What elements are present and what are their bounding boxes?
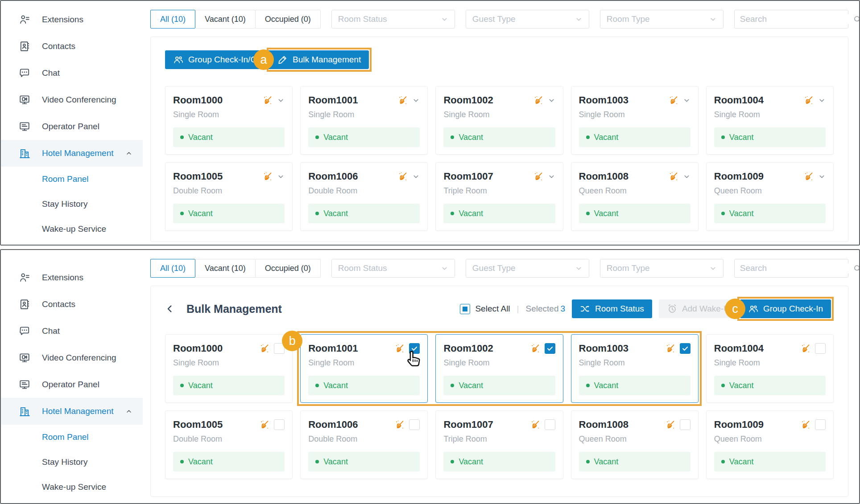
group-check-in-button[interactable]: Group Check-In	[740, 299, 831, 318]
room-select-checkbox[interactable]	[274, 343, 285, 354]
sidebar-subitem-room-panel[interactable]: Room Panel	[1, 425, 143, 450]
cleaning-broom-icon[interactable]	[262, 171, 273, 182]
cleaning-broom-icon[interactable]	[259, 343, 270, 354]
cleaning-broom-icon[interactable]	[530, 343, 541, 354]
sidebar-item-operator-panel[interactable]: Operator Panel	[1, 113, 143, 140]
cleaning-broom-icon[interactable]	[397, 95, 408, 106]
room-card-room1004: Room1004 Single Room Vacant	[706, 86, 834, 155]
tab-occupied[interactable]: Occupied (0)	[255, 10, 321, 29]
annotation-box-c: c Group Check-In	[737, 297, 834, 321]
room-type: Single Room	[579, 358, 690, 368]
sidebar-item-video-conferencing[interactable]: Video Conferencing	[1, 86, 143, 113]
status-dot-icon	[721, 460, 725, 463]
cleaning-broom-icon[interactable]	[533, 171, 544, 182]
chevron-down-icon[interactable]	[277, 173, 285, 180]
room-name: Room1008	[579, 419, 661, 430]
cleaning-broom-icon[interactable]	[394, 343, 405, 354]
search-input[interactable]	[740, 14, 849, 24]
guest-type-dropdown[interactable]: Guest Type	[466, 259, 589, 278]
cleaning-broom-icon[interactable]	[259, 419, 270, 430]
chevron-down-icon[interactable]	[548, 173, 555, 180]
sidebar-item-contacts[interactable]: Contacts	[1, 291, 143, 318]
extensions-icon	[19, 272, 30, 283]
room-card-room1006: Room1006 Double Room Vacant	[300, 410, 428, 479]
chevron-down-icon[interactable]	[277, 97, 285, 104]
cleaning-broom-icon[interactable]	[800, 419, 811, 430]
sidebar: Extensions Contacts Chat Video Conferenc…	[1, 250, 143, 503]
room-type-dropdown[interactable]: Room Type	[600, 259, 724, 278]
room-card-room1002: Room1002 Single Room Vacant	[435, 334, 563, 403]
search-icon[interactable]	[853, 15, 860, 24]
room-status-badge: Vacant	[579, 204, 690, 223]
sidebar-subitem-stay-history[interactable]: Stay History	[1, 192, 143, 217]
tab-vacant[interactable]: Vacant (10)	[195, 10, 256, 29]
sidebar-subitem-wake-up-service[interactable]: Wake-up Service	[1, 475, 143, 500]
chevron-down-icon[interactable]	[548, 97, 555, 104]
sidebar-item-operator-panel[interactable]: Operator Panel	[1, 371, 143, 398]
chevron-down-icon[interactable]	[412, 97, 420, 104]
sidebar-item-contacts[interactable]: Contacts	[1, 33, 143, 60]
operator-panel-icon	[19, 121, 30, 132]
cleaning-broom-icon[interactable]	[665, 343, 676, 354]
cleaning-broom-icon[interactable]	[397, 171, 408, 182]
chevron-down-icon[interactable]	[683, 97, 690, 104]
video-conferencing-icon	[19, 352, 30, 364]
cleaning-broom-icon[interactable]	[803, 95, 814, 106]
room-select-checkbox[interactable]	[815, 419, 826, 430]
room-status-dropdown[interactable]: Room Status	[331, 10, 455, 29]
room-select-checkbox[interactable]	[680, 343, 690, 354]
room-select-checkbox[interactable]	[274, 419, 285, 430]
cleaning-broom-icon[interactable]	[665, 419, 676, 430]
room-panel-content: Group Check-In/Out a Bulk Management Roo…	[150, 37, 848, 242]
room-type-dropdown[interactable]: Room Type	[600, 10, 724, 29]
cleaning-broom-icon[interactable]	[262, 95, 273, 106]
chevron-down-icon[interactable]	[412, 173, 420, 180]
room-card-room1008: Room1008 Queen Room Vacant	[571, 410, 699, 479]
room-select-checkbox[interactable]	[409, 419, 420, 430]
room-select-checkbox[interactable]	[680, 419, 690, 430]
tab-all[interactable]: All (10)	[150, 259, 195, 278]
tab-all[interactable]: All (10)	[150, 10, 195, 29]
sidebar-item-chat[interactable]: Chat	[1, 318, 143, 344]
cleaning-broom-icon[interactable]	[803, 171, 814, 182]
sidebar-item-chat[interactable]: Chat	[1, 60, 143, 86]
back-chevron-icon[interactable]	[165, 304, 175, 314]
cleaning-broom-icon[interactable]	[533, 95, 544, 106]
room-select-checkbox[interactable]	[545, 419, 555, 430]
bulk-management-button[interactable]: Bulk Management	[269, 50, 369, 69]
cleaning-broom-icon[interactable]	[668, 95, 679, 106]
cleaning-broom-icon[interactable]	[530, 419, 541, 430]
select-all-checkbox[interactable]: Select All	[460, 304, 510, 314]
room-card-room1006: Room1006 Double Room Vacant	[300, 162, 428, 231]
chevron-down-icon[interactable]	[818, 97, 826, 104]
guest-type-dropdown[interactable]: Guest Type	[466, 10, 589, 29]
cleaning-broom-icon[interactable]	[800, 343, 811, 354]
search-input[interactable]	[740, 263, 849, 273]
sidebar-subitem-room-panel[interactable]: Room Panel	[1, 167, 143, 192]
sidebar-item-extensions[interactable]: Extensions	[1, 6, 143, 33]
room-select-checkbox[interactable]	[815, 343, 826, 354]
search-icon[interactable]	[853, 264, 860, 273]
room-select-checkbox[interactable]	[409, 343, 420, 354]
room-select-checkbox[interactable]	[545, 343, 555, 354]
chevron-down-icon[interactable]	[818, 173, 826, 180]
sidebar-item-hotel-management[interactable]: Hotel Management	[1, 140, 143, 167]
sidebar-item-video-conferencing[interactable]: Video Conferencing	[1, 344, 143, 371]
sidebar-subitem-stay-history[interactable]: Stay History	[1, 450, 143, 475]
room-status-dropdown[interactable]: Room Status	[331, 259, 455, 278]
status-dot-icon	[721, 384, 725, 387]
cleaning-broom-icon[interactable]	[394, 419, 405, 430]
cleaning-broom-icon[interactable]	[668, 171, 679, 182]
group-people-icon	[748, 303, 759, 314]
tab-vacant[interactable]: Vacant (10)	[195, 259, 256, 278]
status-dot-icon	[586, 384, 590, 387]
sidebar-subitem-wake-up-service[interactable]: Wake-up Service	[1, 217, 143, 242]
main-area: All (10)Vacant (10)Occupied (0)Room Stat…	[143, 250, 859, 503]
sidebar-item-extensions[interactable]: Extensions	[1, 264, 143, 291]
room-type: Triple Room	[443, 186, 555, 196]
sidebar-item-hotel-management[interactable]: Hotel Management	[1, 398, 143, 425]
chevron-down-icon[interactable]	[683, 173, 690, 180]
room-filter-tabs: All (10)Vacant (10)Occupied (0)	[150, 259, 321, 278]
tab-occupied[interactable]: Occupied (0)	[255, 259, 321, 278]
room-status-button[interactable]: Room Status	[572, 299, 652, 318]
